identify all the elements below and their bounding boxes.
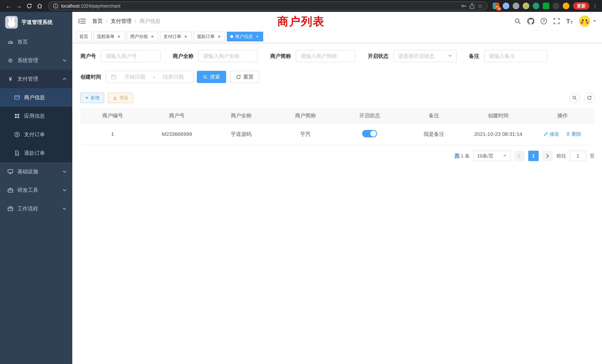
cell-merchant-no: M233666999 [145,123,209,145]
extension-icon-1[interactable]: 10 [493,3,499,9]
extension-strip: 10 [493,3,569,9]
tab-bar: 首页 流程表单 用户分组 支付订单 退款订单 [72,30,602,43]
avatar-caret-icon[interactable] [593,20,596,22]
sidebar-item-refund-order[interactable]: 退款订单 [0,144,72,162]
sidebar-item-app-info[interactable]: 应用信息 [0,107,72,125]
tab-label: 退款订单 [197,33,215,40]
jump-prefix: 前往 [556,153,566,159]
github-icon[interactable] [527,18,534,25]
back-button[interactable]: ← [4,1,13,11]
tab-user-group[interactable]: 用户分组 [127,32,158,41]
merchant-no-input[interactable] [106,53,156,59]
app-logo[interactable]: 芋道管理系统 [0,12,72,33]
breadcrumb-home[interactable]: 首页 [92,18,108,25]
total-prefix: 共 [455,153,460,159]
page-number-1[interactable]: 1 [528,151,539,161]
extension-icon-5[interactable] [533,3,539,9]
sidebar-item-infrastructure[interactable]: 基础设施 [0,162,72,181]
tab-pay-order[interactable]: 支付订单 [160,32,192,41]
home-button[interactable] [35,1,44,11]
refresh-table-button[interactable] [584,93,595,103]
hamburger-icon[interactable] [78,18,86,24]
sidebar-item-pay[interactable]: 支付管理 [0,70,72,88]
forward-button[interactable]: → [14,1,24,11]
jump-page-input[interactable] [570,151,586,161]
table-row: 1 M233666999 芋道源码 芋艿 我是备注 2021-10-23 08:… [80,123,595,145]
sidebar-item-label: 系统管理 [17,57,59,64]
extension-icon-4[interactable] [523,3,529,9]
tab-close-icon[interactable] [255,34,260,39]
add-button-label: 新增 [90,95,99,101]
date-range-picker[interactable]: 开始日期 - 结束日期 [106,71,194,83]
chevron-down-icon [63,59,66,62]
profile-avatar-icon[interactable] [563,3,569,9]
browser-update-button[interactable]: 更新 [573,2,589,10]
toggle-search-button[interactable] [569,93,580,103]
sidebar-item-pay-order[interactable]: 支付订单 [0,125,72,144]
sidebar-item-merchant-info[interactable]: 商户信息 [0,88,72,107]
tab-home[interactable]: 首页 [76,32,92,41]
page-size-select[interactable]: 10条/页 [473,151,510,161]
sidebar-item-dev-tools[interactable]: 研发工具 [0,181,72,199]
sidebar-item-home[interactable]: 首页 [0,33,72,51]
add-button[interactable]: 新增 [80,93,104,103]
column-header: 备注 [402,108,466,123]
yen-icon [7,76,13,82]
browser-chrome: ← → localhost :1024/pay/merchant ☆ 1 [0,0,602,12]
tab-refund-order[interactable]: 退款订单 [194,32,225,41]
short-name-input[interactable] [301,53,351,59]
tab-merchant-info[interactable]: 商户信息 [227,32,263,41]
tab-label: 首页 [79,33,88,40]
sidebar-item-label: 支付订单 [24,131,66,138]
tab-process-form[interactable]: 流程表单 [93,32,125,41]
sidebar-item-system[interactable]: 系统管理 [0,51,72,70]
status-toggle[interactable] [362,130,377,137]
reset-button[interactable]: 重置 [230,71,259,83]
prev-page-button[interactable] [514,151,525,161]
fullscreen-icon[interactable] [553,18,560,24]
chevron-right-icon [546,154,549,158]
total-count: 1 [461,153,463,159]
font-size-icon[interactable] [566,18,573,24]
merchant-table: 商户编号 商户号 商户全称 商户简称 开启状态 备注 创建时间 操作 1 M23… [80,108,595,146]
extension-icon-7[interactable] [553,3,559,9]
bookmark-star-icon[interactable]: ☆ [478,3,483,9]
document-icon [14,150,20,156]
sidebar-item-label: 工作流程 [17,205,59,212]
sidebar-item-workflow[interactable]: 工作流程 [0,199,72,218]
browser-menu-button[interactable] [592,2,598,10]
extension-icon-2[interactable] [503,3,509,9]
tab-label: 支付订单 [163,33,181,40]
site-info-icon[interactable] [53,3,58,9]
status-select[interactable]: 请选择开启状态 [393,50,457,62]
url-host: localhost [61,3,79,9]
help-icon[interactable] [541,18,547,24]
url-bar[interactable]: localhost :1024/pay/merchant ☆ [48,1,487,10]
tab-close-icon[interactable] [116,34,122,39]
sidebar: 芋道管理系统 首页 系统管理 支付管理 商户信息 [0,12,72,364]
tab-close-icon[interactable] [216,34,222,39]
table-toolbar: 新增 导出 [80,93,595,103]
edit-button[interactable]: 修改 [544,131,559,137]
share-icon[interactable] [470,3,475,9]
tab-close-icon[interactable] [150,34,155,39]
extension-icon-6[interactable] [543,3,549,9]
field-label: 商户简称 [270,53,291,60]
search-icon[interactable] [514,18,521,24]
tab-close-icon[interactable] [183,34,188,39]
delete-button[interactable]: 删除 [566,131,581,137]
remark-input[interactable] [489,53,542,59]
column-header: 商户简称 [273,108,337,123]
password-key-icon[interactable] [461,3,466,9]
reload-button[interactable] [24,1,34,11]
breadcrumb-pay[interactable]: 支付管理 [111,18,136,25]
filter-merchant-no: 商户号 [80,50,161,62]
search-button[interactable]: 搜索 [197,71,226,83]
sidebar-item-label: 商户信息 [24,94,66,101]
extension-icon-3[interactable] [513,3,519,9]
search-icon [203,75,208,79]
user-avatar[interactable] [579,16,590,27]
export-button[interactable]: 导出 [108,93,133,103]
next-page-button[interactable] [542,151,553,161]
full-name-input[interactable] [203,53,253,59]
